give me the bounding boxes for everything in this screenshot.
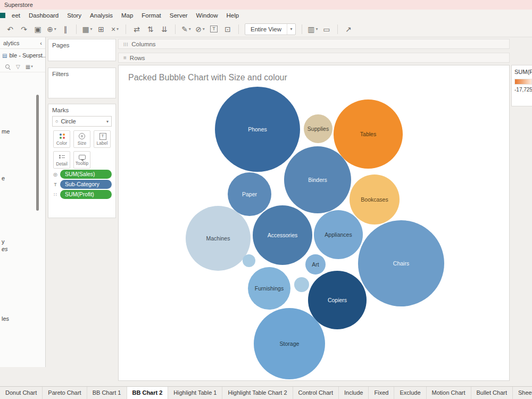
bubble-small[interactable] <box>243 254 255 267</box>
legend-gradient <box>514 79 532 85</box>
sheet-tab-highlight-table-1[interactable]: Highlight Table 1 <box>168 387 222 399</box>
filter-icon[interactable]: ▽ <box>16 64 20 70</box>
chevron-down-icon[interactable]: ▾ <box>316 27 318 31</box>
bubble-tables[interactable]: Tables <box>334 99 403 169</box>
bubble-appliances[interactable]: Appliances <box>314 210 363 259</box>
field-item[interactable]: y <box>2 238 5 245</box>
sheet-tab-highlight-table-chart-2[interactable]: Highlight Table Chart 2 <box>222 387 293 399</box>
menu-item-map[interactable]: Map <box>117 10 137 21</box>
bubble-chairs[interactable]: Chairs <box>358 220 444 306</box>
pill-sum-profit[interactable]: SUM(Profit) <box>60 190 112 199</box>
filters-shelf[interactable]: Filters <box>48 68 116 98</box>
group-members-button[interactable]: ⊘▾ <box>194 23 206 36</box>
highlight-icon: ✎ <box>181 25 188 34</box>
sheet-tab-fixed[interactable]: Fixed <box>369 387 394 399</box>
menu-item-analysis[interactable]: Analysis <box>86 10 117 21</box>
field-item[interactable]: es <box>2 246 8 252</box>
color-button[interactable]: Color <box>53 130 70 148</box>
search-icon[interactable] <box>5 64 11 70</box>
color-legend[interactable]: SUM(P -17,725 <box>511 65 532 106</box>
bubble-furnishings[interactable]: Furnishings <box>248 267 290 310</box>
field-item[interactable]: e <box>2 175 5 181</box>
toolbar-separator <box>238 24 239 34</box>
new-worksheet-button[interactable]: ▦▾ <box>81 23 94 36</box>
bubble-storage[interactable]: Storage <box>254 308 325 379</box>
bubble-small[interactable] <box>294 277 309 292</box>
chevron-down-icon[interactable]: ▾ <box>287 24 295 35</box>
highlight-button[interactable]: ✎▾ <box>180 23 193 36</box>
chevron-down-icon[interactable]: ▾ <box>117 27 119 31</box>
sheet-tab-bb-chart-2[interactable]: BB Chart 2 <box>127 387 169 399</box>
label-label: Label <box>97 140 108 146</box>
pill-sum-sales[interactable]: SUM(Sales) <box>60 170 112 179</box>
rows-shelf[interactable]: ≡ Rows <box>118 53 510 63</box>
size-button[interactable]: Size <box>73 130 90 148</box>
chevron-down-icon: ▾ <box>104 119 111 124</box>
bubble-binders[interactable]: Binders <box>284 146 351 213</box>
scrollbar-thumb[interactable] <box>36 95 39 211</box>
undo-button[interactable]: ↶ <box>4 23 16 36</box>
show-hide-cards-button[interactable]: ▥▾ <box>306 23 319 36</box>
columns-shelf[interactable]: ||| Columns <box>118 39 510 49</box>
fit-dropdown[interactable]: Entire View▾ <box>245 23 296 35</box>
presentation-mode-button[interactable]: ▭ <box>320 23 333 36</box>
redo-button[interactable]: ↷ <box>18 23 30 36</box>
sheet-tab-exclude[interactable]: Exclude <box>394 387 426 399</box>
bubble-art[interactable]: Art <box>305 254 326 275</box>
chevron-down-icon[interactable]: ▾ <box>189 27 191 31</box>
label-button[interactable]: Label <box>94 130 111 148</box>
duplicate-sheet-button[interactable]: ⊞ <box>95 23 107 36</box>
bubble-bookcases[interactable]: Bookcases <box>350 174 400 225</box>
fix-axes-button[interactable]: ⊡ <box>221 23 234 36</box>
sheet-tab-pareto-chart[interactable]: Pareto Chart <box>43 387 87 399</box>
chevron-down-icon[interactable]: ▾ <box>90 27 93 31</box>
menu-item-eet[interactable]: eet <box>7 10 24 21</box>
sheet-tab-bb-chart-1[interactable]: BB Chart 1 <box>87 387 127 399</box>
menu-bar: eetDashboardStoryAnalysisMapFormatServer… <box>0 10 532 21</box>
sheet-tab-donut-chart[interactable]: Donut Chart <box>0 387 43 399</box>
chevron-down-icon[interactable]: ▾ <box>203 27 205 31</box>
sort-ascending-button[interactable]: ⇅ <box>144 23 157 36</box>
sheet-tab-control-chart[interactable]: Control Chart <box>293 387 339 399</box>
pages-shelf[interactable]: Pages <box>48 39 116 61</box>
sort-descending-button[interactable]: ⇊ <box>158 23 171 36</box>
menu-item-server[interactable]: Server <box>165 10 192 21</box>
detail-button[interactable]: Detail <box>53 151 70 169</box>
mark-type-dropdown[interactable]: ○ Circle ▾ <box>52 116 112 127</box>
collapse-pane-icon[interactable]: ‹ <box>40 40 42 46</box>
size-indicator-icon: ◎ <box>52 172 59 177</box>
menu-item-dashboard[interactable]: Dashboard <box>24 10 63 21</box>
pill-sub-category[interactable]: Sub-Category <box>60 180 112 189</box>
sheet-tab-motion-chart[interactable]: Motion Chart <box>427 387 471 399</box>
detail-label: Detail <box>56 161 68 167</box>
pause-updates-button[interactable]: ∥ <box>59 23 72 36</box>
clear-sheet-button[interactable]: ×▾ <box>109 23 121 36</box>
sheet-tab-bullet-chart[interactable]: Bullet Chart <box>471 387 513 399</box>
view-options-button[interactable]: ▦▾ <box>26 64 33 70</box>
data-pane: alytics ‹ ▤ ble - Superst... ▽ ▦▾ meeyes… <box>0 37 46 367</box>
datasource-item[interactable]: ▤ ble - Superst... <box>0 49 45 62</box>
sheet-tab-sheet-13[interactable]: Sheet 13 <box>513 387 532 399</box>
field-item[interactable]: me <box>2 128 10 135</box>
sheet-tab-label: Control Chart <box>298 387 333 399</box>
menu-item-format[interactable]: Format <box>137 10 165 21</box>
bubble-accessories[interactable]: Accessories <box>253 205 312 265</box>
menu-item-help[interactable]: Help <box>222 10 244 21</box>
chevron-down-icon[interactable]: ▾ <box>54 27 56 31</box>
bubble-supplies[interactable]: Supplies <box>304 114 332 143</box>
tooltip-button[interactable]: Tooltip <box>73 151 90 169</box>
bubble-machines[interactable]: Machines <box>186 206 251 271</box>
sheet-tab-include[interactable]: Include <box>339 387 369 399</box>
share-button[interactable]: ↗ <box>342 23 355 36</box>
save-button[interactable]: ▣ <box>31 23 44 36</box>
show-mark-labels-button[interactable]: T <box>207 23 220 36</box>
bubble-paper[interactable]: Paper <box>228 172 271 216</box>
save-icon: ▣ <box>34 25 41 34</box>
swap-axes-button[interactable]: ⇄ <box>130 23 143 36</box>
tab-analytics[interactable]: alytics <box>3 40 20 46</box>
menu-item-story[interactable]: Story <box>63 10 86 21</box>
add-data-button[interactable]: ⊕▾ <box>45 23 58 36</box>
field-item[interactable]: les <box>2 315 9 322</box>
bubble-phones[interactable]: Phones <box>215 87 300 172</box>
menu-item-window[interactable]: Window <box>192 10 222 21</box>
